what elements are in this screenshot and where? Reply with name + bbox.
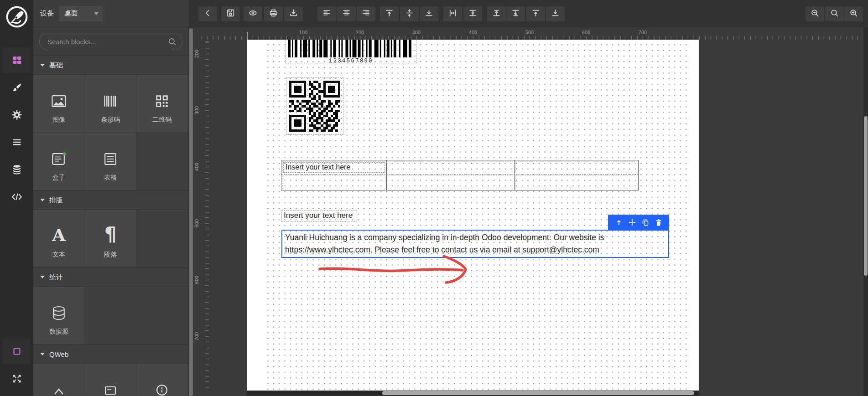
table-cell[interactable]: [282, 175, 385, 189]
database-icon[interactable]: [0, 157, 33, 182]
table-element[interactable]: Insert your text here: [281, 160, 639, 190]
top-toolbar: [193, 0, 868, 27]
canvas-horizontal-scrollbar-thumb[interactable]: [382, 391, 694, 395]
block-qweb-caret[interactable]: [33, 364, 85, 396]
align-center-button[interactable]: [337, 6, 356, 21]
block-数据源[interactable]: 数据源: [33, 287, 85, 345]
section-header-统计[interactable]: 统计: [33, 267, 188, 287]
block-qweb-circle[interactable]: [136, 364, 188, 396]
space-top-button[interactable]: [487, 6, 506, 21]
select-parent-icon[interactable]: [615, 219, 623, 226]
block-盒子[interactable]: 盒子: [33, 133, 85, 190]
v-ruler-label: 200: [194, 48, 199, 59]
table-cell[interactable]: [388, 161, 513, 173]
table-cell[interactable]: [515, 175, 637, 189]
gear-icon[interactable]: [0, 102, 33, 128]
align-middle-button[interactable]: [400, 6, 419, 21]
print-icon: [269, 9, 278, 19]
app-window: 设备 桌面 基础图像条形码二维码盒子表格排版A文本¶段落统计数据源QWeb: [0, 0, 868, 396]
text-element[interactable]: Insert your text here: [281, 210, 357, 222]
save-icon: [226, 9, 235, 19]
left-icon-bar: [0, 0, 33, 396]
copy-icon[interactable]: [642, 219, 649, 226]
block-表格[interactable]: 表格: [85, 133, 136, 190]
download-button[interactable]: [284, 6, 303, 21]
margin-bottom-button[interactable]: [546, 6, 565, 21]
code-icon[interactable]: [0, 184, 33, 210]
expand-icon[interactable]: [0, 366, 33, 391]
distribute-vertical-icon: [468, 9, 477, 19]
zoom-in-button[interactable]: [844, 6, 863, 21]
section-header-基础[interactable]: 基础: [33, 56, 188, 75]
block-段落[interactable]: ¶段落: [85, 210, 136, 267]
barcode-element[interactable]: 1234567890: [286, 40, 416, 63]
chevron-down-icon: [40, 353, 45, 355]
distribute-horizontal-button[interactable]: [443, 6, 462, 21]
zoom-reset-icon: [830, 9, 839, 19]
zoom-reset-button[interactable]: [825, 6, 844, 21]
v-ruler-label: 300: [194, 105, 199, 116]
block-二维码[interactable]: 二维码: [136, 75, 188, 133]
table-icon: [101, 133, 120, 170]
box-icon: [50, 133, 68, 170]
paragraph-line-2: https://www.ylhctec.com. Please feel fre…: [285, 244, 668, 256]
space-bottom-icon: [511, 9, 520, 19]
search-blocks-box: [39, 33, 182, 50]
align-bottom-icon: [425, 9, 433, 19]
h-ruler-label: 700: [639, 30, 647, 35]
align-right-button[interactable]: [357, 6, 375, 21]
margin-top-button[interactable]: [526, 6, 545, 21]
preview-icon: [249, 9, 257, 19]
section-header-QWeb[interactable]: QWeb: [33, 345, 188, 364]
brush-icon[interactable]: [0, 75, 33, 100]
margin-bottom-icon: [551, 9, 560, 19]
canvas-vertical-scrollbar[interactable]: [863, 27, 868, 396]
empty-cell: [136, 287, 188, 345]
layers-icon[interactable]: [0, 129, 33, 155]
zoom-in-icon: [849, 9, 858, 19]
preview-button[interactable]: [244, 6, 262, 21]
print-button[interactable]: [264, 6, 283, 21]
save-button[interactable]: [221, 6, 240, 21]
image-icon: [50, 75, 68, 112]
design-canvas: 100200300400500600700 200300400500600700…: [193, 27, 868, 396]
block-文本[interactable]: A文本: [33, 210, 85, 267]
blocks-icon[interactable]: [3, 47, 31, 73]
search-input[interactable]: [40, 33, 182, 50]
qrcode-icon: [153, 75, 171, 112]
paragraph-element-selected[interactable]: Yuanli Huichuang is a company specializi…: [281, 230, 669, 258]
device-row: 设备 桌面: [33, 0, 188, 27]
canvas-horizontal-scrollbar[interactable]: [247, 391, 699, 396]
h-ruler-label: 600: [582, 30, 590, 35]
align-left-button[interactable]: [317, 6, 336, 21]
delete-icon[interactable]: [655, 219, 662, 226]
block-label: 段落: [104, 251, 117, 259]
sidebar-scrollbar[interactable]: [188, 0, 193, 396]
block-qweb-rect[interactable]: [85, 364, 136, 396]
space-bottom-button[interactable]: [506, 6, 525, 21]
move-icon[interactable]: [629, 219, 636, 226]
device-select[interactable]: 桌面: [59, 6, 103, 21]
table-cell[interactable]: [282, 161, 385, 173]
h-ruler-label: 400: [469, 30, 477, 35]
align-top-button[interactable]: [380, 6, 399, 21]
distribute-vertical-button[interactable]: [463, 6, 482, 21]
download-icon: [289, 9, 298, 19]
block-图像[interactable]: 图像: [33, 75, 85, 133]
block-label: 文本: [52, 251, 65, 259]
table-cell[interactable]: [515, 161, 637, 173]
block-条形码[interactable]: 条形码: [85, 75, 136, 133]
block-label: 表格: [104, 174, 117, 182]
sidebar-scrollbar-thumb[interactable]: [189, 28, 193, 396]
chevron-down-icon: [40, 276, 45, 278]
section-header-排版[interactable]: 排版: [33, 190, 188, 210]
back-button[interactable]: [198, 6, 217, 21]
align-bottom-button[interactable]: [420, 6, 438, 21]
frame-icon[interactable]: [3, 339, 31, 364]
section-title: 基础: [49, 61, 63, 70]
zoom-out-button[interactable]: [806, 6, 824, 21]
canvas-vertical-scrollbar-thumb[interactable]: [864, 116, 868, 276]
table-cell[interactable]: [388, 175, 513, 189]
qweb-caret-icon: [50, 364, 68, 396]
qrcode-element[interactable]: [286, 77, 343, 135]
